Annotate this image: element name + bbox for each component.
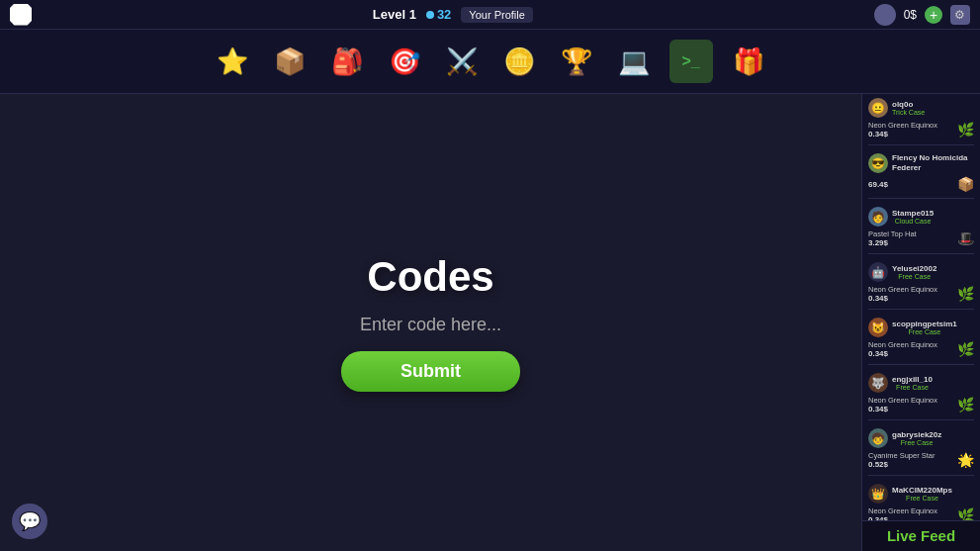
currency-value: 0$ <box>904 8 917 22</box>
gem-count-value: 32 <box>437 7 451 22</box>
feed-avatar: 🧑 <box>868 207 888 227</box>
feed-item-header: 🐺 engjxill_10 Free Case <box>868 373 974 393</box>
feed-item: 🧑 Stampe015 Cloud Case Pastel Top Hat 3.… <box>868 207 974 254</box>
live-feed-sidebar: 😐 olq0o Trick Case Neon Green Equinox 0.… <box>861 94 980 551</box>
profile-button[interactable]: Your Profile <box>461 7 532 23</box>
nav-icon-inventory[interactable]: 🎒 <box>325 40 369 83</box>
codes-panel: Codes Submit 💬 <box>0 94 861 551</box>
add-currency-button[interactable]: + <box>925 6 942 24</box>
feed-prize-row: 69.4$ 📦 <box>868 176 974 192</box>
feed-item: 👑 MaKCIM220Mps Free Case Neon Green Equi… <box>868 484 974 520</box>
feed-prize-icon: 🌿 <box>957 122 974 138</box>
feed-username: engjxill_10 Free Case <box>892 375 933 392</box>
submit-button[interactable]: Submit <box>341 351 520 392</box>
feed-prize-info: Neon Green Equinox 0.34$ <box>868 285 937 303</box>
feed-prize-icon: 🎩 <box>957 230 974 246</box>
feed-avatar: 🧒 <box>868 428 888 448</box>
feed-prize-row: Cyanime Super Star 0.52$ 🌟 <box>868 451 974 469</box>
gem-dot-icon <box>426 11 434 19</box>
chat-icon: 💬 <box>19 510 41 532</box>
feed-prize-icon: 🌿 <box>957 507 974 520</box>
feed-prize-info: Pastel Top Hat 3.29$ <box>868 230 917 247</box>
feed-item-header: 😐 olq0o Trick Case <box>868 98 974 118</box>
feed-prize-row: Neon Green Equinox 0.34$ 🌿 <box>868 506 974 520</box>
nav-icon-cases[interactable]: 📦 <box>268 40 312 83</box>
feed-prize-icon: 🌟 <box>957 452 974 468</box>
feed-item: 🤖 Yelusei2002 Free Case Neon Green Equin… <box>868 262 974 310</box>
feed-username: scoppingpetsim1 Free Case <box>892 320 957 336</box>
feed-item-header: 🤖 Yelusei2002 Free Case <box>868 262 974 282</box>
feed-prize-row: Neon Green Equinox 0.34$ 🌿 <box>868 396 974 413</box>
feed-prize-row: Pastel Top Hat 3.29$ 🎩 <box>868 230 974 247</box>
feed-prize-icon: 📦 <box>957 176 974 192</box>
feed-item-header: 🧒 gabrysiek20z Free Case <box>868 428 974 448</box>
top-bar: Level 1 32 Your Profile 0$ + ⚙ <box>0 0 980 30</box>
feed-prize-icon: 🌿 <box>957 397 974 413</box>
feed-item-header: 😎 Flency No Homicida Federer <box>868 153 974 173</box>
nav-icon-coins[interactable]: 🪙 <box>497 40 541 83</box>
feed-username: gabrysiek20z Free Case <box>892 430 941 447</box>
nav-bar: ⭐ 📦 🎒 🎯 ⚔️ 🪙 🏆 💻 >_ 🎁 <box>0 30 980 94</box>
nav-icon-leaderboard[interactable]: 🏆 <box>555 40 598 83</box>
feed-item: 😎 Flency No Homicida Federer 69.4$ 📦 <box>868 153 974 199</box>
level-label: Level 1 <box>373 7 416 22</box>
live-feed-text: Live Feed <box>887 527 955 544</box>
feed-avatar: 😐 <box>868 98 888 118</box>
feed-prize-row: Neon Green Equinox 0.34$ 🌿 <box>868 340 974 358</box>
nav-icon-terminal[interactable]: >_ <box>669 40 713 83</box>
nav-icon-spin[interactable]: 🎯 <box>383 40 426 83</box>
feed-avatar: 🐺 <box>868 373 888 393</box>
nav-icon-star[interactable]: ⭐ <box>211 40 254 83</box>
feed-username: Flency No Homicida Federer <box>892 153 974 172</box>
feed-prize-info: Neon Green Equinox 0.34$ <box>868 396 937 413</box>
feed-prize-row: Neon Green Equinox 0.34$ 🌿 <box>868 121 974 138</box>
feed-prize-info: 69.4$ <box>868 180 888 189</box>
feed-prize-info: Cyanime Super Star 0.52$ <box>868 451 935 469</box>
live-feed-label-container: Live Feed <box>862 520 980 551</box>
feed-avatar: 😎 <box>868 153 888 173</box>
main-area: Codes Submit 💬 😐 olq0o Trick Case Neon G… <box>0 94 980 551</box>
feed-prize-icon: 🌿 <box>957 286 974 302</box>
chat-button[interactable]: 💬 <box>12 504 47 539</box>
feed-item: 🐺 engjxill_10 Free Case Neon Green Equin… <box>868 373 974 420</box>
feed-item: 😺 scoppingpetsim1 Free Case Neon Green E… <box>868 318 974 365</box>
feed-item: 🧒 gabrysiek20z Free Case Cyanime Super S… <box>868 428 974 476</box>
feed-username: olq0o Trick Case <box>892 100 925 117</box>
codes-title: Codes <box>367 253 493 301</box>
feed-item: 😐 olq0o Trick Case Neon Green Equinox 0.… <box>868 98 974 145</box>
feed-prize-row: Neon Green Equinox 0.34$ 🌿 <box>868 285 974 303</box>
settings-button[interactable]: ⚙ <box>950 5 970 25</box>
top-bar-right: 0$ + ⚙ <box>874 4 970 26</box>
currency-display: 0$ <box>904 8 917 22</box>
feed-item-header: 🧑 Stampe015 Cloud Case <box>868 207 974 227</box>
nav-icon-gift[interactable]: 🎁 <box>727 40 770 83</box>
feed-avatar: 😺 <box>868 318 888 337</box>
feed-prize-info: Neon Green Equinox 0.34$ <box>868 506 937 520</box>
feed-list: 😐 olq0o Trick Case Neon Green Equinox 0.… <box>862 94 980 520</box>
feed-prize-icon: 🌿 <box>957 341 974 357</box>
feed-avatar: 🤖 <box>868 262 888 282</box>
feed-item-header: 👑 MaKCIM220Mps Free Case <box>868 484 974 504</box>
avatar <box>874 4 896 26</box>
gem-display: 32 <box>426 7 451 22</box>
feed-avatar: 👑 <box>868 484 888 504</box>
feed-prize-info: Neon Green Equinox 0.34$ <box>868 340 937 358</box>
nav-icon-battle[interactable]: ⚔️ <box>440 40 484 83</box>
feed-item-header: 😺 scoppingpetsim1 Free Case <box>868 318 974 337</box>
top-bar-left <box>10 4 32 26</box>
feed-username: Yelusei2002 Free Case <box>892 264 936 281</box>
feed-username: MaKCIM220Mps Free Case <box>892 486 952 503</box>
top-bar-center: Level 1 32 Your Profile <box>373 7 533 23</box>
code-input[interactable] <box>293 315 570 335</box>
nav-icon-codes[interactable]: 💻 <box>612 40 656 83</box>
feed-prize-info: Neon Green Equinox 0.34$ <box>868 121 937 138</box>
feed-username: Stampe015 Cloud Case <box>892 209 934 226</box>
roblox-logo <box>10 4 32 26</box>
